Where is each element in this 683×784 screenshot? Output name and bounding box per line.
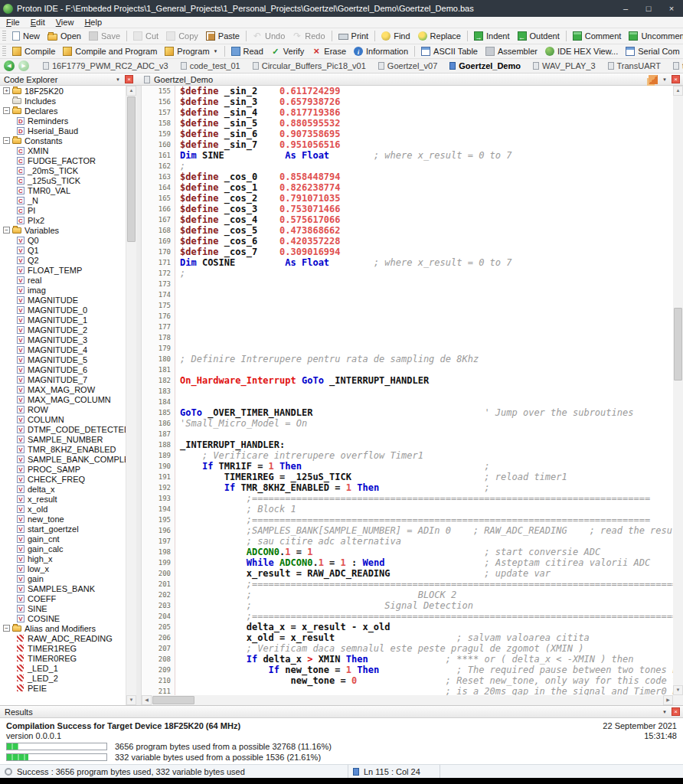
scroll-right-icon[interactable]: ▶ [663,695,673,705]
code-line[interactable]: 209 If new_tone = 1 Then ; The required … [142,665,673,675]
toolbar-button-find[interactable]: Find [377,29,413,43]
toolbar-button-compile[interactable]: Compile [8,44,59,58]
collapse-icon[interactable]: − [3,137,10,144]
code-line[interactable]: 180; Definire Intrerupere pentru rata de… [142,354,673,364]
toolbar-button-paste[interactable]: Paste [202,29,243,43]
toolbar-button-indent[interactable]: Indent [470,29,514,43]
tree-item-sample-bank-complete[interactable]: VSAMPLE_BANK_COMPLETE [0,454,126,464]
code-line[interactable]: 187 [142,429,673,439]
tree-item-hserial-baud[interactable]: DHserial_Baud [0,126,126,136]
tab-code-test-01[interactable]: code_test_01 [181,61,240,70]
tree-item-timer0reg[interactable]: TIMER0REG [0,653,126,663]
tree-item-led-2[interactable]: _LED_2 [0,673,126,683]
code-line[interactable]: 179 [142,343,673,354]
scrollbar-thumb[interactable] [674,308,682,381]
code-line[interactable]: 197 ; sau citire adc alternativa [142,536,673,547]
toolbar-button-open[interactable]: Open [44,29,85,43]
tree-item-float-temp[interactable]: VFLOAT_TEMP [0,265,126,275]
toolbar-button-erase[interactable]: Erase [308,44,350,58]
tree-item-gain[interactable]: Vgain [0,573,126,583]
code-line[interactable]: 183 [142,386,673,397]
scroll-down-icon[interactable]: ▼ [126,695,136,705]
tree-item-proc-samp[interactable]: VPROC_SAMP [0,464,126,474]
tree-item-18f25k20[interactable]: +18F25K20 [0,86,126,96]
code-line[interactable]: 196 ;SAMPLES_BANK[SAMPLE_NUMBER] = ADIn … [142,525,673,536]
tree-item-x-result[interactable]: Vx_result [0,494,126,504]
toolbar-button-replace[interactable]: Replace [414,29,465,43]
code-line[interactable]: 164$define _cos_1 0.826238774 [142,182,673,193]
code-line[interactable]: 174 [142,289,673,300]
editor-horizontal-scrollbar[interactable]: ◀ ▶ [142,695,673,705]
tree-item-tmr0-val[interactable]: CTMR0_VAL [0,185,126,195]
tree-item-column[interactable]: VCOLUMN [0,414,126,424]
code-line[interactable]: 161Dim SINE As Float ; where x_result = … [142,150,673,161]
code-line[interactable]: 162; [142,161,673,172]
code-line[interactable]: 157$define _sin_4 0.817719386 [142,107,673,118]
code-line[interactable]: 182On_Hardware_Interrupt GoTo _INTERRUPT… [142,375,673,386]
tab-circular-buffers-pic18-v01[interactable]: Circular_Buffers_Pic18_v01 [253,61,366,70]
navigate-forward-button[interactable]: ▶ [18,60,29,71]
tree-item-check-freq[interactable]: VCHECK_FREQ [0,474,126,484]
code-line[interactable]: 211 ; is a 20ms gap in the signal and Ti… [142,686,673,695]
code-line[interactable]: 159$define _sin_6 0.907358695 [142,129,673,139]
code-line[interactable]: 176 [142,311,673,322]
close-button[interactable]: × [660,0,683,17]
tree-item-xmin[interactable]: CXMIN [0,145,126,155]
code-line[interactable]: 208 If delta_x > XMIN Then ; **** or ( d… [142,654,673,665]
code-line[interactable]: 163$define _cos_0 0.858448794 [142,172,673,182]
code-line[interactable]: 200 x_result = RAW_ADC_READING ; update … [142,568,673,579]
tree-item-sample-number[interactable]: VSAMPLE_NUMBER [0,434,126,444]
results-close-icon[interactable]: × [672,707,680,716]
tab-goertzel-demo[interactable]: Goertzel_Demo [449,61,521,70]
code-line[interactable]: 160$define _sin_7 0.951056516 [142,139,673,150]
tree-item-magnitude-3[interactable]: VMAGNITUDE_3 [0,335,126,345]
scroll-down-icon[interactable]: ▼ [673,685,683,695]
tree-item-dtmf-code-detected[interactable]: VDTMF_CODE_DETECTED [0,424,126,434]
tree-item-magnitude-7[interactable]: VMAGNITUDE_7 [0,374,126,384]
menu-view[interactable]: View [56,18,74,27]
code-line[interactable]: 202 ; BLOCK 2 [142,590,673,600]
tab-goertzel-v07[interactable]: Goertzel_v07 [378,61,437,70]
code-line[interactable]: 195 ;===================================… [142,514,673,525]
tree-item-sine[interactable]: VSINE [0,603,126,613]
tree-item-magnitude-5[interactable]: VMAGNITUDE_5 [0,354,126,364]
code-line[interactable]: 178 [142,332,673,343]
code-line[interactable]: 166$define _cos_3 0.753071466 [142,204,673,214]
tree-item-q2[interactable]: VQ2 [0,255,126,265]
code-line[interactable]: 203 ; Signal Detection [142,600,673,611]
code-line[interactable]: 168$define _cos_5 0.473868662 [142,225,673,236]
collapse-icon[interactable]: − [3,227,10,234]
menu-help[interactable]: Help [84,18,102,27]
code-line[interactable]: 191 TIMER1REG = _125uS_TICK ; reload tim… [142,472,673,482]
tree-item-cosine[interactable]: VCOSINE [0,613,126,623]
toolbar-button-program[interactable]: Program▼ [161,44,221,58]
tab-test-advert[interactable]: test_advert [673,61,683,70]
tree-item-real[interactable]: Vreal [0,275,126,285]
code-line[interactable]: 172; [142,268,673,279]
toolbar-button-read[interactable]: Read [227,44,267,58]
collapse-icon[interactable]: − [3,107,10,114]
tree-item-n[interactable]: C_N [0,195,126,205]
tree-item-declares[interactable]: −Declares [0,106,126,116]
code-line[interactable]: 189 ; Verificare intrerupere overflow Ti… [142,450,673,461]
tree-item-peie[interactable]: PEIE [0,683,126,693]
tree-item-tmr-8khz-enabled[interactable]: VTMR_8KHZ_ENABLED [0,444,126,454]
toolbar-button-print[interactable]: Print [335,29,373,43]
results-dropdown-icon[interactable]: ▼ [662,710,667,714]
code-line[interactable]: 171Dim COSINE As Float ; where x_result … [142,257,673,268]
tree-item-max-mag-row[interactable]: VMAX_MAG_ROW [0,384,126,394]
tree-item-includes[interactable]: Includes [0,96,126,106]
tree-scrollbar[interactable]: ▲ ▼ [126,86,136,705]
tree-item-max-mag-column[interactable]: VMAX_MAG_COLUMN [0,394,126,404]
toolbar-button-compile-and-program[interactable]: Compile and Program [59,44,161,58]
code-line[interactable]: 206 x_old = x_result ; salvam valoarea c… [142,632,673,643]
tree-item-pix2[interactable]: CPIx2 [0,215,126,225]
tree-item-magnitude[interactable]: VMAGNITUDE [0,295,126,305]
scrollbar-thumb[interactable] [152,696,194,704]
scroll-left-icon[interactable]: ◀ [142,695,152,705]
menu-edit[interactable]: Edit [31,18,45,27]
tree-item-row[interactable]: VROW [0,404,126,414]
toolbar-button-uncomment[interactable]: Uncomment [625,29,683,43]
scrollbar-thumb[interactable] [127,96,136,242]
tree-item-reminders[interactable]: DReminders [0,116,126,126]
